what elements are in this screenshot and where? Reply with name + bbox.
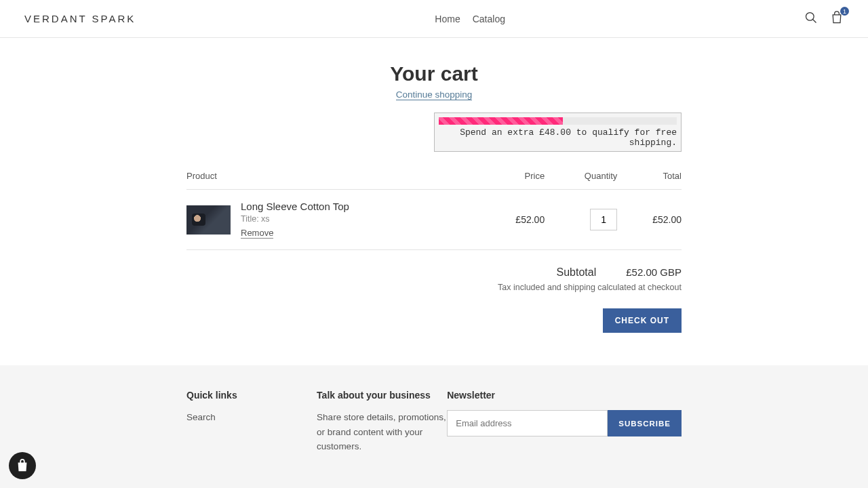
search-button[interactable] xyxy=(804,11,818,26)
cart-count-badge: 1 xyxy=(840,7,849,16)
item-price: £52.00 xyxy=(480,190,545,250)
subtotal-label: Subtotal xyxy=(557,266,597,279)
shopify-chat-widget[interactable] xyxy=(9,452,36,479)
product-name[interactable]: Long Sleeve Cotton Top xyxy=(241,201,480,212)
cart-summary: Subtotal £52.00 GBP Tax included and shi… xyxy=(186,266,682,333)
quick-links-title: Quick links xyxy=(186,390,317,401)
about-text: Share store details, promotions, or bran… xyxy=(317,410,447,454)
shipping-progress-fill xyxy=(439,117,563,125)
shipping-progress-track xyxy=(439,117,677,125)
about-title: Talk about your business xyxy=(317,390,447,401)
subtotal-value: £52.00 GBP xyxy=(626,266,682,278)
svg-line-1 xyxy=(813,20,816,23)
col-total: Total xyxy=(617,171,682,190)
cart-row: Long Sleeve Cotton Top Title: xs Remove … xyxy=(186,190,682,250)
checkout-button[interactable]: Check out xyxy=(603,308,682,333)
footer-newsletter: Newsletter Subscribe xyxy=(447,390,682,454)
nav-home[interactable]: Home xyxy=(435,14,460,24)
svg-point-0 xyxy=(806,13,814,21)
col-qty: Quantity xyxy=(545,171,617,190)
logo[interactable]: VERDANT SPARK xyxy=(24,13,136,24)
email-input[interactable] xyxy=(447,410,608,436)
col-price: Price xyxy=(480,171,545,190)
nav-catalog[interactable]: Catalog xyxy=(473,14,505,24)
search-icon xyxy=(804,11,818,24)
newsletter-title: Newsletter xyxy=(447,390,682,401)
shopify-bag-icon xyxy=(15,458,30,473)
remove-link[interactable]: Remove xyxy=(241,228,273,239)
footer-quick-links: Quick links Search xyxy=(186,390,317,454)
col-product: Product xyxy=(186,171,480,190)
cart-table: Product Price Quantity Total Long Sleeve… xyxy=(186,171,682,250)
product-variant: Title: xs xyxy=(241,214,480,224)
header-actions: 1 xyxy=(804,11,844,26)
shipping-message: Spend an extra £48.00 to qualify for fre… xyxy=(439,125,677,148)
cart-page: Your cart Continue shopping Spend an ext… xyxy=(186,38,682,365)
footer-about: Talk about your business Share store det… xyxy=(317,390,447,454)
product-thumbnail[interactable] xyxy=(186,205,231,235)
tax-note: Tax included and shipping calculated at … xyxy=(186,283,682,292)
cart-button[interactable]: 1 xyxy=(830,11,844,26)
footer-search-link[interactable]: Search xyxy=(186,412,216,422)
quantity-input[interactable] xyxy=(590,209,617,230)
subscribe-button[interactable]: Subscribe xyxy=(608,410,682,436)
free-shipping-box: Spend an extra £48.00 to qualify for fre… xyxy=(434,113,682,152)
site-header: VERDANT SPARK Home Catalog 1 xyxy=(0,0,868,38)
site-footer: Quick links Search Talk about your busin… xyxy=(0,365,868,488)
page-title: Your cart xyxy=(186,62,682,85)
main-nav: Home Catalog xyxy=(435,14,505,24)
continue-shopping-link[interactable]: Continue shopping xyxy=(396,89,473,100)
item-total: £52.00 xyxy=(617,190,682,250)
